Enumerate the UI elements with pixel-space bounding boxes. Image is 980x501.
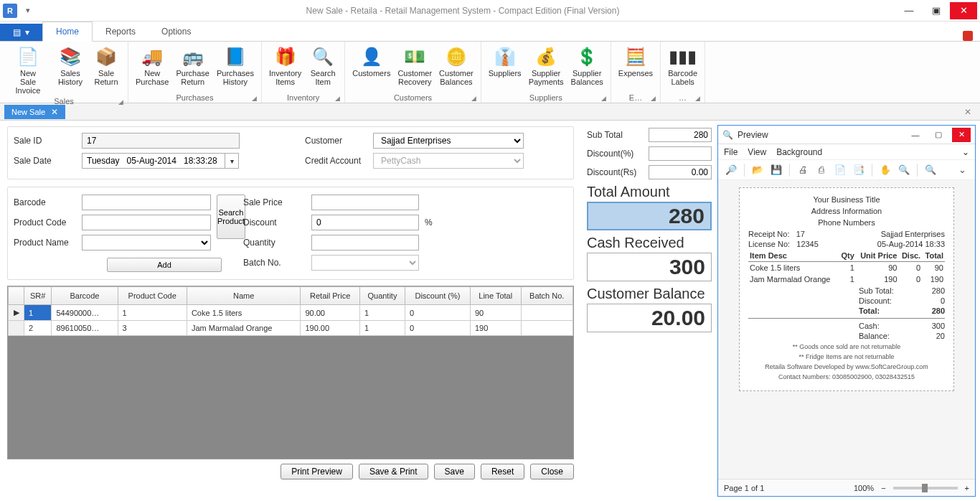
total-amount-label: Total Amount <box>587 184 712 200</box>
file-menu[interactable]: ▤▾ <box>0 24 42 41</box>
table-row[interactable]: 289610050…3Jam Marmalad Orange190.001019… <box>9 321 573 336</box>
quantity-input[interactable] <box>311 235 419 250</box>
zoom2-icon[interactable]: 🔍 <box>923 163 938 177</box>
discpct-input[interactable] <box>649 146 712 161</box>
grid-col[interactable]: Retail Price <box>301 287 359 305</box>
preview-page-status: Page 1 of 1 <box>724 484 764 492</box>
ribbon-expenses[interactable]: 🧮Expenses <box>616 43 656 93</box>
ribbon-icon: 💰 <box>534 45 558 69</box>
tab-reports[interactable]: Reports <box>93 22 149 41</box>
pagesetup-icon[interactable]: 📄 <box>833 163 847 177</box>
grid-col[interactable]: SR# <box>24 287 52 305</box>
grid-col[interactable]: Barcode <box>52 287 118 305</box>
ribbon-barcode-labels[interactable]: ▮▮▮BarcodeLabels <box>665 43 700 93</box>
grid-col[interactable]: Batch No. <box>521 287 573 305</box>
table-row[interactable]: ▶154490000…1Coke 1.5 liters90.001090 <box>9 305 573 321</box>
preview-icon: 🔍 <box>722 130 733 140</box>
close-button[interactable]: ✕ <box>950 2 977 19</box>
grid-col[interactable]: Discount (%) <box>405 287 471 305</box>
discount-label: Discount <box>243 217 311 228</box>
grid-col[interactable]: Product Code <box>118 287 187 305</box>
reset-button[interactable]: Reset <box>481 464 524 479</box>
add-button[interactable]: Add <box>107 258 222 272</box>
grid-col[interactable]: Name <box>187 287 301 305</box>
ribbon-new-purchase[interactable]: 🚚NewPurchase <box>133 43 171 93</box>
grid-col[interactable]: Quantity <box>359 287 405 305</box>
sale-date-field[interactable] <box>82 153 225 169</box>
ribbon-new-sale-invoice[interactable]: 📄NewSale Invoice <box>4 43 52 96</box>
alert-icon[interactable] <box>963 31 973 41</box>
preview-minimize-button[interactable]: — <box>906 128 925 142</box>
tab-options[interactable]: Options <box>149 22 204 41</box>
customer-balance-label: Customer Balance <box>587 286 712 302</box>
save-print-button[interactable]: Save & Print <box>359 464 428 479</box>
doc-tabs-close-icon[interactable]: ✕ <box>960 106 976 118</box>
toolbar-chevron-icon[interactable]: ⌄ <box>955 163 969 177</box>
ribbon-tabs: ▤▾ Home Reports Options <box>0 22 980 42</box>
ribbon-group-label: Purchases◢ <box>133 93 257 103</box>
ribbon-supplier-balances[interactable]: 💲SupplierBalances <box>568 43 606 93</box>
calendar-icon[interactable]: ▾ <box>225 153 239 169</box>
tab-home[interactable]: Home <box>42 22 93 42</box>
preview-menu-file[interactable]: File <box>724 147 738 157</box>
zoom-icon[interactable]: 🔍 <box>897 163 911 177</box>
preview-menu-background[interactable]: Background <box>776 147 822 157</box>
minimize-button[interactable]: — <box>895 2 923 19</box>
titlebar: R ▾ New Sale - Retaila - Retail Manageme… <box>0 0 980 22</box>
preview-close-button[interactable]: ✕ <box>952 128 971 142</box>
preview-menu-view[interactable]: View <box>748 147 766 157</box>
open-icon[interactable]: 📂 <box>750 163 765 177</box>
ribbon-icon: 🧮 <box>623 45 648 69</box>
print-icon[interactable]: 🖨 <box>796 163 810 177</box>
ribbon-sales-history[interactable]: 📚SalesHistory <box>53 43 88 96</box>
hand-icon[interactable]: ✋ <box>878 163 892 177</box>
barcode-input[interactable] <box>82 195 211 210</box>
batch-select <box>311 255 419 271</box>
ribbon-customers[interactable]: 👤Customers <box>349 43 393 93</box>
ribbon-sale-return[interactable]: 📦SaleReturn <box>89 43 123 96</box>
ribbon-icon: 🚌 <box>181 45 205 69</box>
receipt-preview: Your Business Title Address Information … <box>739 187 954 391</box>
ribbon-supplier-payments[interactable]: 💰SupplierPayments <box>526 43 567 93</box>
product-name-select[interactable] <box>82 235 211 250</box>
zoom-out-icon[interactable]: − <box>881 484 885 492</box>
line-items-grid[interactable]: SR#BarcodeProduct CodeNameRetail PriceQu… <box>7 286 574 459</box>
doc-tab-close-icon[interactable]: ✕ <box>51 107 58 117</box>
cash-received-value[interactable]: 300 <box>587 253 712 281</box>
ribbon-group-label: Customers◢ <box>349 93 476 103</box>
ribbon-icon: 🎁 <box>273 45 298 69</box>
close-button-form[interactable]: Close <box>530 464 574 479</box>
zoom-in-icon[interactable]: + <box>965 484 969 492</box>
receipt-biz: Your Business Title <box>748 195 945 204</box>
receipt-addr: Address Information <box>748 207 945 215</box>
ribbon-search-item[interactable]: 🔍SearchItem <box>306 43 340 93</box>
doc-tab-newsale[interactable]: New Sale ✕ <box>4 105 65 119</box>
ribbon-suppliers[interactable]: 👔Suppliers <box>486 43 524 93</box>
ribbon-customer-recovery[interactable]: 💵CustomerRecovery <box>395 43 435 93</box>
preview-maximize-button[interactable]: ▢ <box>929 128 948 142</box>
maximize-button[interactable]: ▣ <box>923 2 950 19</box>
ribbon-inventory-items[interactable]: 🎁InventoryItems <box>266 43 304 93</box>
zoom-slider[interactable] <box>893 487 958 490</box>
grid-col[interactable] <box>9 287 24 305</box>
ribbon-purchases-history[interactable]: 📘PurchasesHistory <box>214 43 257 93</box>
doc-tab-label: New Sale <box>11 108 45 116</box>
customer-select[interactable]: Sajjad Enterprises <box>373 133 524 149</box>
save-icon[interactable]: 💾 <box>769 163 783 177</box>
ribbon-icon: 📦 <box>94 45 118 69</box>
quickprint-icon[interactable]: ⎙ <box>814 163 829 177</box>
save-button[interactable]: Save <box>434 464 475 479</box>
ribbon-group-label: Inventory◢ <box>266 93 340 103</box>
ribbon-customer-balances[interactable]: 🪙CustomerBalances <box>436 43 476 93</box>
grid-col[interactable]: Line Total <box>470 287 521 305</box>
ribbon-purchase-return[interactable]: 🚌PurchaseReturn <box>173 43 212 93</box>
print-preview-button[interactable]: Print Preview <box>281 464 353 479</box>
export-icon[interactable]: 📑 <box>852 163 866 177</box>
search-product-button[interactable]: Search Product <box>217 195 245 239</box>
discount-input[interactable] <box>311 215 419 230</box>
find-icon[interactable]: 🔎 <box>724 163 738 177</box>
product-code-input[interactable] <box>82 215 211 230</box>
sale-price-input[interactable] <box>311 195 419 210</box>
ribbon-icon: 👔 <box>493 45 517 69</box>
preview-menu-chevron-icon[interactable]: ⌄ <box>962 147 969 157</box>
